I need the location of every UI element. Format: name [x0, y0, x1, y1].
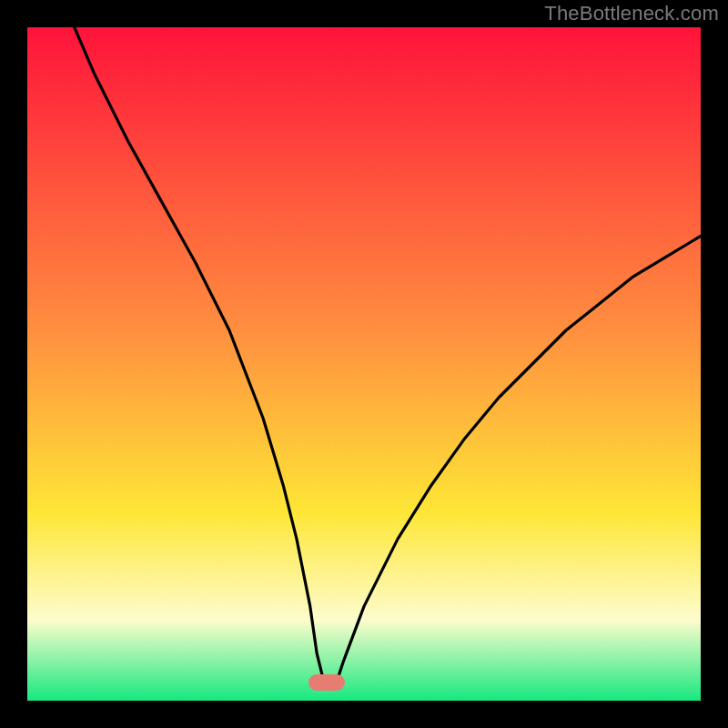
gradient-background: [27, 27, 701, 701]
optimal-point-marker: [308, 674, 345, 691]
bottleneck-plot: [27, 27, 701, 701]
chart-frame: TheBottleneck.com: [0, 0, 728, 728]
watermark-text: TheBottleneck.com: [544, 2, 719, 25]
